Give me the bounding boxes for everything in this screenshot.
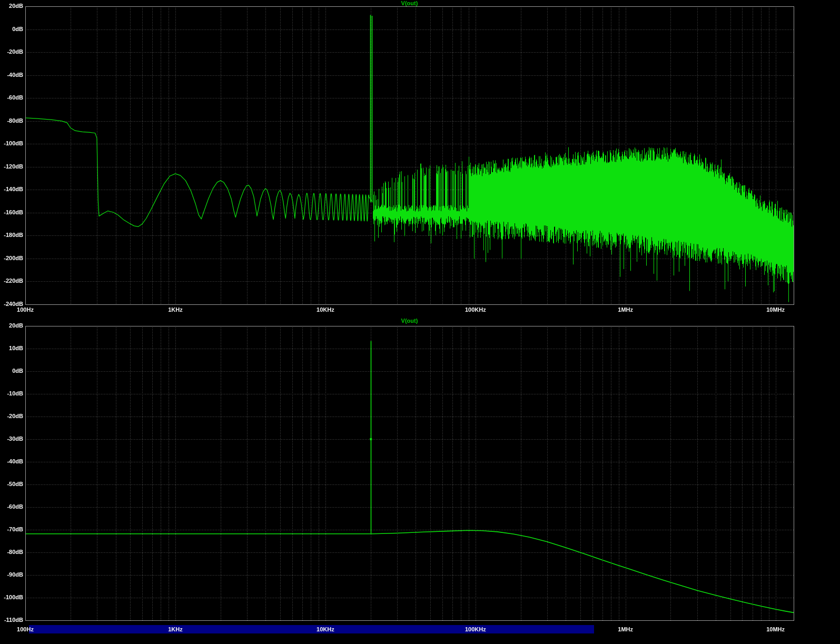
x-axis-selection-highlight bbox=[29, 625, 594, 633]
trace-label-top[interactable]: V(out) bbox=[25, 0, 794, 6]
trace-label-bottom[interactable]: V(out) bbox=[25, 318, 794, 324]
waveform-viewer-window: V(out) V(out) 20dB0dB-20dB-40dB-60dB-80d… bbox=[0, 0, 840, 644]
